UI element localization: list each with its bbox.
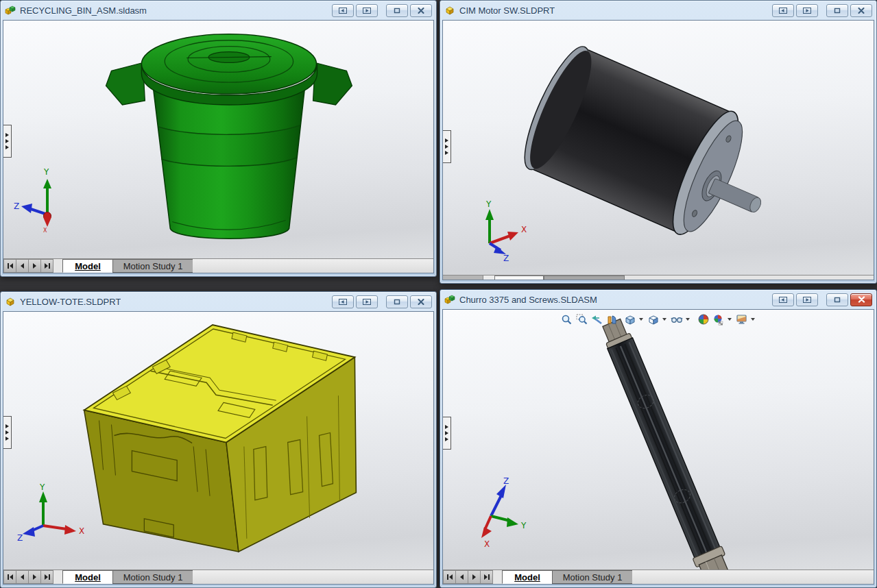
part-doc-icon xyxy=(444,5,455,16)
tab-scroll-last-button[interactable] xyxy=(480,570,493,584)
chevron-right-icon xyxy=(445,437,448,441)
window-title: RECYCLING_BIN_ASM.sldasm xyxy=(20,5,147,16)
assembly-doc-icon xyxy=(5,5,16,16)
tab-model[interactable]: Model xyxy=(62,570,113,584)
churro-model xyxy=(443,310,874,569)
close-button[interactable] xyxy=(850,4,872,17)
document-window-cim-motor: CIM Motor SW.SLDPRT xyxy=(440,0,877,284)
maximize-button[interactable] xyxy=(356,295,378,308)
viewport-canvas[interactable]: Z Y X xyxy=(443,310,874,569)
viewport-canvas[interactable]: Y X Z xyxy=(443,21,874,275)
edit-appearance-button[interactable] xyxy=(697,313,710,326)
window-title: Churro 3375 and Screws.SLDASM xyxy=(459,295,597,305)
feature-panel-flyout[interactable] xyxy=(443,417,451,450)
feature-panel-flyout[interactable] xyxy=(443,130,451,163)
tab-model[interactable]: Model xyxy=(502,570,553,584)
close-button[interactable] xyxy=(850,293,872,306)
minimize-button[interactable] xyxy=(772,293,794,306)
minimize-button[interactable] xyxy=(772,4,794,17)
window-title: CIM Motor SW.SLDPRT xyxy=(459,5,555,16)
viewport-canvas[interactable]: Y X Z xyxy=(3,312,433,569)
document-window-yellow-tote: YELLOW-TOTE.SLDPRT xyxy=(0,291,437,588)
recycling-bin-model xyxy=(3,21,433,258)
viewport-canvas[interactable]: Y Z X xyxy=(3,21,433,258)
window-title: YELLOW-TOTE.SLDPRT xyxy=(20,297,121,307)
display-style-button[interactable] xyxy=(647,313,660,326)
apply-scene-button[interactable] xyxy=(712,313,725,326)
tab-scroll-last-button[interactable] xyxy=(40,570,53,584)
heads-up-view-toolbar xyxy=(557,311,760,328)
chevron-right-icon xyxy=(5,145,9,149)
chevron-right-icon xyxy=(5,424,9,428)
dropdown-arrow-icon[interactable] xyxy=(662,318,666,321)
tab-scroll-prev-button[interactable] xyxy=(16,570,29,584)
desktop: { "colors": { "desktop": "#333336", "tit… xyxy=(0,0,877,588)
feature-panel-flyout[interactable] xyxy=(3,125,12,158)
cim-motor-model xyxy=(443,21,874,275)
restore-button[interactable] xyxy=(826,293,848,306)
tab-model[interactable]: Model xyxy=(62,259,113,273)
tab-scroll-first-button[interactable] xyxy=(3,570,16,584)
tab-scroll-next-button[interactable] xyxy=(28,259,41,273)
tab-scroll-next-button[interactable] xyxy=(468,570,481,584)
tab-scroll-prev-button[interactable] xyxy=(455,570,468,584)
restore-button[interactable] xyxy=(386,4,408,17)
restore-button[interactable] xyxy=(826,4,848,17)
tab-scroll-first-button[interactable] xyxy=(3,259,16,273)
tab-motion-study[interactable]: Motion Study 1 xyxy=(552,570,633,584)
dropdown-arrow-icon[interactable] xyxy=(639,318,643,321)
chevron-right-icon xyxy=(5,437,9,441)
tab-scroll-prev-button[interactable] xyxy=(16,259,29,273)
chevron-right-icon xyxy=(5,430,9,434)
titlebar[interactable]: RECYCLING_BIN_ASM.sldasm xyxy=(3,1,434,20)
tab-scroll-first-button[interactable] xyxy=(443,570,456,584)
dropdown-arrow-icon[interactable] xyxy=(686,318,690,321)
maximize-button[interactable] xyxy=(796,293,818,306)
tab-scroll-last-button[interactable] xyxy=(40,259,53,273)
feature-panel-flyout[interactable] xyxy=(3,416,12,449)
assembly-doc-icon xyxy=(444,294,455,305)
dropdown-arrow-icon[interactable] xyxy=(751,318,755,321)
chevron-right-icon xyxy=(445,145,448,149)
close-button[interactable] xyxy=(410,4,432,17)
tab-motion-study[interactable]: Motion Study 1 xyxy=(112,570,193,584)
minimize-button[interactable] xyxy=(332,295,354,308)
tab-bar-filler xyxy=(632,570,874,584)
document-tab-bar: Model Motion Study 1 xyxy=(3,258,433,273)
clipped-tab-bar xyxy=(443,275,874,280)
titlebar[interactable]: CIM Motor SW.SLDPRT xyxy=(442,1,874,20)
chevron-right-icon xyxy=(445,425,448,429)
chevron-right-icon xyxy=(5,139,9,143)
chevron-right-icon xyxy=(445,431,448,435)
zoom-to-fit-button[interactable] xyxy=(560,313,573,326)
hide-show-items-button[interactable] xyxy=(670,313,684,326)
dropdown-arrow-icon[interactable] xyxy=(728,318,732,321)
document-window-recycling-bin: RECYCLING_BIN_ASM.sldasm xyxy=(0,0,437,277)
yellow-tote-model xyxy=(3,312,433,569)
document-tab-bar: Model Motion Study 1 xyxy=(443,569,874,584)
document-tab-bar: Model Motion Study 1 xyxy=(3,569,433,584)
zoom-to-area-button[interactable] xyxy=(575,313,588,326)
tab-scroll-next-button[interactable] xyxy=(28,570,41,584)
view-settings-button[interactable] xyxy=(735,313,749,326)
chevron-right-icon xyxy=(445,151,448,155)
section-view-button[interactable] xyxy=(605,313,618,326)
titlebar[interactable]: Churro 3375 and Screws.SLDASM xyxy=(442,290,874,309)
document-window-churro: Churro 3375 and Screws.SLDASM xyxy=(440,289,877,588)
titlebar[interactable]: YELLOW-TOTE.SLDPRT xyxy=(3,292,434,311)
maximize-button[interactable] xyxy=(796,4,818,17)
part-doc-icon xyxy=(5,296,16,307)
close-button[interactable] xyxy=(410,295,432,308)
restore-button[interactable] xyxy=(386,295,408,308)
tab-motion-study[interactable]: Motion Study 1 xyxy=(112,259,193,273)
view-orientation-button[interactable] xyxy=(623,313,637,326)
chevron-right-icon xyxy=(5,133,9,137)
maximize-button[interactable] xyxy=(356,4,378,17)
minimize-button[interactable] xyxy=(332,4,354,17)
tab-bar-filler xyxy=(193,259,433,273)
tab-bar-filler xyxy=(193,570,433,584)
previous-view-button[interactable] xyxy=(590,313,603,326)
chevron-right-icon xyxy=(445,138,448,143)
